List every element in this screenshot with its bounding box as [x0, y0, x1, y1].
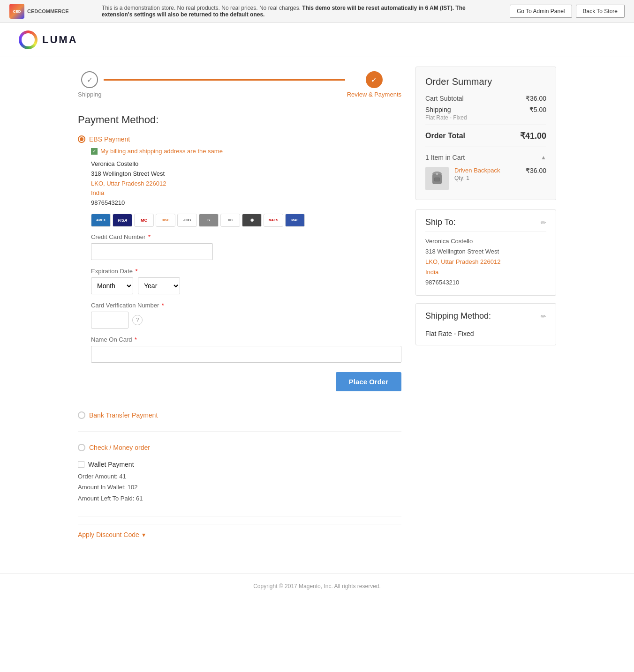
order-total-row: Order Total ₹41.00	[425, 125, 546, 147]
svg-rect-2	[434, 178, 440, 181]
step2-circle: ✓	[366, 71, 383, 88]
ebs-payment-label: EBS Payment	[89, 135, 130, 143]
apply-discount-section: Apply Discount Code ▾	[78, 524, 401, 545]
bank-transfer-label: Bank Transfer Payment	[89, 411, 158, 419]
credit-card-label: Credit Card Number *	[91, 233, 401, 240]
backpack-svg	[428, 169, 446, 188]
divider2	[78, 431, 401, 432]
apply-discount-link[interactable]: Apply Discount Code ▾	[78, 531, 401, 538]
cart-subtotal-label: Cart Subtotal	[425, 95, 464, 102]
banner-buttons: Go To Admin Panel Back To Store	[510, 5, 625, 18]
billing-city-state: LKO, Uttar Pradesh 226012	[91, 179, 401, 189]
billing-country: India	[91, 188, 401, 198]
bank-transfer-option[interactable]: Bank Transfer Payment	[78, 407, 401, 424]
discover-logo: DISC	[156, 214, 175, 227]
place-order-row: Place Order	[91, 372, 401, 391]
logo8: ◉	[242, 214, 262, 227]
maestro-logo: MAES	[264, 214, 283, 227]
bank-transfer-radio[interactable]	[78, 411, 85, 419]
credit-card-number-group: Credit Card Number *	[91, 233, 401, 260]
cart-items-label: 1 Item in Cart	[425, 154, 465, 161]
step-shipping: ✓ Shipping	[78, 71, 102, 98]
order-amount-label: Order Amount:	[78, 473, 118, 480]
demo-banner: CED CEDCOMMERCE This is a demonstration …	[0, 0, 634, 23]
main-container: ✓ Shipping ✓ Review & Payments Payment M…	[59, 57, 575, 554]
expiry-row: Month 010203 040506 070809 101112 Year 2…	[91, 277, 401, 294]
admin-panel-button[interactable]: Go To Admin Panel	[510, 5, 572, 18]
billing-name: Veronica Costello	[91, 159, 401, 169]
right-panel: Order Summary Cart Subtotal ₹36.00 Shipp…	[415, 67, 556, 545]
shipping-method-value: Flat Rate - Fixed	[425, 330, 546, 337]
order-summary-title: Order Summary	[425, 76, 546, 87]
cvv-input[interactable]	[91, 312, 128, 329]
cart-items-header[interactable]: 1 Item in Cart ▲	[425, 154, 546, 161]
ced-logo-icon: CED	[9, 4, 24, 19]
order-total-value: ₹41.00	[520, 131, 546, 141]
apply-discount-label: Apply Discount Code	[78, 531, 139, 538]
wallet-checkbox[interactable]	[78, 461, 84, 468]
progress-steps: ✓ Shipping ✓ Review & Payments	[78, 67, 401, 103]
month-select[interactable]: Month 010203 040506 070809 101112	[91, 277, 133, 294]
check-money-radio[interactable]	[78, 444, 85, 451]
check-money-label: Check / Money order	[89, 444, 150, 451]
name-on-card-group: Name On Card *	[91, 336, 401, 363]
cart-subtotal-row: Cart Subtotal ₹36.00	[425, 95, 546, 102]
shipping-value: ₹5.00	[529, 106, 546, 113]
page-footer: Copyright © 2017 Magento, Inc. All right…	[0, 573, 634, 599]
place-order-button[interactable]: Place Order	[336, 372, 401, 391]
logo6: S	[199, 214, 219, 227]
wallet-info: Order Amount: 41 Amount In Wallet: 102 A…	[78, 471, 401, 504]
check-money-option[interactable]: Check / Money order	[78, 439, 401, 456]
wallet-section: Wallet Payment Order Amount: 41 Amount I…	[78, 456, 401, 508]
ship-to-address: Veronica Costello 318 Wellington Street …	[425, 236, 546, 288]
billing-address-block: Veronica Costello 318 Wellington Street …	[91, 159, 401, 208]
step1-label: Shipping	[78, 91, 102, 98]
cedcommerce-text: CEDCOMMERCE	[27, 8, 69, 14]
ship-to-city-state: LKO, Uttar Pradesh 226012	[425, 257, 546, 267]
shipping-sub: Flat Rate - Fixed	[425, 114, 467, 121]
left-panel: ✓ Shipping ✓ Review & Payments Payment M…	[78, 67, 401, 545]
card-logos: AMEX VISA MC DISC JCB S DC ◉ MAES MAE	[91, 214, 401, 227]
ship-to-box: Ship To: ✏ Veronica Costello 318 Welling…	[415, 209, 556, 296]
ship-to-phone: 9876543210	[425, 277, 546, 288]
shipping-row: Shipping Flat Rate - Fixed ₹5.00	[425, 106, 546, 121]
credit-card-input[interactable]	[91, 243, 213, 260]
cvv-label: Card Verification Number *	[91, 302, 401, 309]
ship-to-edit-icon[interactable]: ✏	[541, 219, 546, 226]
billing-street: 318 Wellington Street West	[91, 169, 401, 179]
name-on-card-label: Name On Card *	[91, 336, 401, 343]
cart-item-name: Driven Backpack	[454, 167, 520, 174]
chevron-down-icon: ▾	[142, 531, 145, 538]
expiration-date-label: Expiration Date *	[91, 268, 401, 275]
svg-rect-3	[436, 173, 438, 175]
maestro2-logo: MAE	[285, 214, 305, 227]
cart-items-chevron-icon: ▲	[541, 154, 546, 161]
ebs-payment-header[interactable]: EBS Payment	[78, 135, 401, 143]
amount-left-label: Amount Left To Paid:	[78, 495, 134, 502]
shipping-method-edit-icon[interactable]: ✏	[541, 313, 546, 320]
ship-to-street: 318 Wellington Street West	[425, 246, 546, 257]
amount-left-value: 61	[136, 495, 143, 502]
back-to-store-button[interactable]: Back To Store	[576, 5, 625, 18]
ebs-radio-button[interactable]	[78, 135, 85, 143]
billing-same-label: My billing and shipping address are the …	[100, 148, 223, 155]
name-on-card-input[interactable]	[91, 346, 401, 363]
cvv-help-icon[interactable]: ?	[132, 315, 143, 325]
ship-to-title: Ship To:	[425, 217, 456, 227]
billing-phone: 9876543210	[91, 198, 401, 208]
cvv-row: ?	[91, 312, 401, 329]
billing-same-checkbox[interactable]: ✓	[91, 148, 98, 155]
cart-item-qty: Qty: 1	[454, 175, 520, 181]
cedcommerce-logo: CED CEDCOMMERCE	[9, 4, 69, 19]
logo-text: LUMA	[42, 34, 78, 46]
cart-item-details: Driven Backpack Qty: 1	[454, 167, 520, 181]
logo-icon	[19, 30, 38, 49]
banner-text-part1: This is a demonstration store. No real p…	[102, 5, 302, 11]
order-summary-box: Order Summary Cart Subtotal ₹36.00 Shipp…	[415, 67, 556, 200]
divider1	[78, 399, 401, 399]
amount-in-wallet-label: Amount In Wallet:	[78, 484, 126, 491]
year-select[interactable]: Year 202420252026 202720282029	[138, 277, 180, 294]
visa-logo: VISA	[113, 214, 132, 227]
order-total-label: Order Total	[425, 132, 465, 140]
step2-label: Review & Payments	[347, 91, 401, 98]
